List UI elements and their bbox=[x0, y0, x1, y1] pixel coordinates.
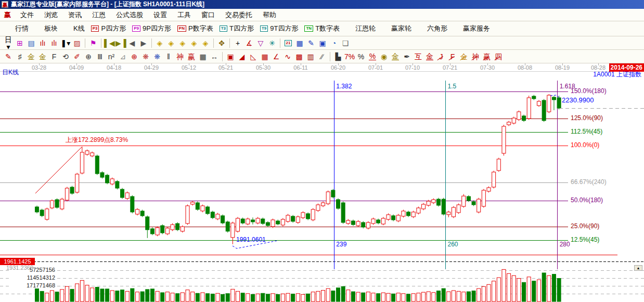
grid-lines-tool[interactable]: ♯ bbox=[14, 51, 25, 62]
circle-cross-tool[interactable]: ⊕ bbox=[83, 51, 94, 62]
expand-y-button[interactable]: ◈ bbox=[200, 38, 211, 48]
gold-circle-tool[interactable]: ◉ bbox=[378, 51, 390, 62]
t9-square-button[interactable]: T99T四方形 bbox=[257, 22, 302, 35]
p-square-button[interactable]: P3P四方形 bbox=[88, 22, 129, 35]
chart-clock-icon[interactable]: ◔ bbox=[328, 38, 340, 48]
wave-tool[interactable]: ∿ bbox=[282, 51, 293, 62]
flag-icon[interactable]: ⚑ bbox=[87, 38, 99, 48]
nav-next-button[interactable]: ▶ bbox=[138, 38, 149, 48]
percent-line-tool[interactable]: % bbox=[367, 51, 378, 62]
calendar-icon[interactable]: 21 bbox=[282, 38, 294, 48]
gold-square2-tool[interactable]: 金 bbox=[37, 51, 48, 62]
red-grid-tool[interactable]: ▦ bbox=[259, 51, 271, 62]
menu-item-8[interactable]: 交易委托 bbox=[220, 9, 257, 21]
angle-lines-tool[interactable]: ∠ bbox=[271, 51, 282, 62]
winner-service-button[interactable]: 赢家服务 bbox=[450, 22, 493, 35]
menu-item-0[interactable]: 文件 bbox=[15, 9, 39, 21]
info-board-icon[interactable]: ▤ bbox=[25, 38, 37, 48]
kline-chart[interactable] bbox=[0, 63, 644, 302]
shen-angle-tool[interactable]: 神 bbox=[470, 51, 481, 62]
menu-item-2[interactable]: 资讯 bbox=[63, 9, 87, 21]
menu-item-4[interactable]: 公式选股 bbox=[111, 9, 148, 21]
notes-icon[interactable]: ✎ bbox=[305, 38, 317, 48]
hu-tool[interactable]: 互 bbox=[413, 51, 424, 62]
f-square-tool[interactable]: F bbox=[48, 51, 60, 62]
calculator-icon[interactable]: ▦ bbox=[294, 38, 305, 48]
percent-tool[interactable]: % bbox=[355, 51, 367, 62]
crosshair-button[interactable]: + bbox=[232, 38, 243, 48]
ruler-tool[interactable]: ▦ bbox=[197, 51, 209, 62]
nav-last-button[interactable]: ▶▐ bbox=[115, 38, 126, 48]
target-tool[interactable]: ⊕ bbox=[128, 51, 140, 62]
box-select-tool[interactable]: ▣ bbox=[225, 51, 236, 62]
zoom-diamond-button[interactable]: ◈ bbox=[177, 38, 188, 48]
expand-x-button[interactable]: ◈ bbox=[188, 38, 200, 48]
shrink-x-button[interactable]: ◈ bbox=[154, 38, 165, 48]
spiral-tool[interactable]: ⟲ bbox=[60, 51, 71, 62]
pattern-red-icon[interactable]: ▨ bbox=[71, 38, 83, 48]
tri-fan-tool[interactable]: ◺ bbox=[248, 51, 259, 62]
date-label-8: 06-20 bbox=[331, 64, 345, 71]
p9-square-button[interactable]: P99P四方形 bbox=[129, 22, 174, 35]
ying-square-tool[interactable]: 赢 bbox=[186, 51, 197, 62]
gold-square-tool[interactable]: 金 bbox=[25, 51, 37, 62]
period-day-dropdown-icon: 日▾ bbox=[3, 36, 14, 50]
toolbar-separator bbox=[101, 38, 101, 48]
t-number-button[interactable]: TNT数字表 bbox=[301, 22, 343, 35]
date-label-5: 05-21 bbox=[218, 64, 233, 71]
hand-tool-button[interactable]: ✥ bbox=[216, 38, 227, 48]
grid-dense-tool[interactable]: ▩ bbox=[293, 51, 305, 62]
period-day-dropdown[interactable]: 日▾ bbox=[3, 38, 14, 48]
nav-first-button[interactable]: ▌◀ bbox=[104, 38, 115, 48]
slash-tool[interactable]: ∕∕ bbox=[316, 51, 328, 62]
mirror-angle-tool[interactable]: ⊿ bbox=[117, 51, 128, 62]
menu-item-5[interactable]: 设置 bbox=[148, 9, 172, 21]
quotes-button[interactable]: 行情 bbox=[3, 22, 32, 35]
multi-line-tool[interactable]: ‖ bbox=[163, 51, 174, 62]
save-icon[interactable]: ▣ bbox=[317, 38, 328, 48]
volume-bars-tool[interactable]: ▙ bbox=[332, 51, 344, 62]
ying-angle-tool[interactable]: 赢 bbox=[481, 51, 493, 62]
mini-chart3-icon[interactable]: ılı bbox=[37, 38, 48, 48]
h-measure-tool[interactable]: ↔ bbox=[209, 51, 220, 62]
gold-angle-tool[interactable]: 金 bbox=[458, 51, 470, 62]
nav-prev-button[interactable]: ◀ bbox=[126, 38, 138, 48]
gold-line-tool[interactable]: 金 bbox=[390, 51, 401, 62]
ink-tool[interactable]: ✒ bbox=[401, 51, 413, 62]
volume-scroll-up-button[interactable]: ▲ bbox=[634, 265, 642, 271]
winner-wheel-button[interactable]: 赢家轮 bbox=[379, 22, 415, 35]
p-number-button[interactable]: PNP数字表 bbox=[174, 22, 216, 35]
menu-item-9[interactable]: 帮助 bbox=[257, 9, 281, 21]
menu-item-7[interactable]: 窗口 bbox=[196, 9, 220, 21]
shape-purple-button[interactable]: ▽ bbox=[255, 38, 266, 48]
shen-square-tool[interactable]: 神 bbox=[174, 51, 186, 62]
candle-period-dropdown[interactable]: ❚▾ bbox=[60, 38, 71, 48]
fan-lines-tool[interactable]: ◢ bbox=[236, 51, 248, 62]
f-angle-tool[interactable]: F bbox=[447, 51, 458, 62]
menu-item-1[interactable]: 浏览 bbox=[39, 9, 63, 21]
sectors-button[interactable]: 板块 bbox=[32, 22, 61, 35]
grid-dense2-tool[interactable]: ▥ bbox=[305, 51, 316, 62]
analysis-button[interactable]: ✳ bbox=[266, 38, 278, 48]
si-angle-tool[interactable]: 四 bbox=[493, 51, 504, 62]
web-blue-tool[interactable]: ❋ bbox=[151, 51, 163, 62]
hash-tool[interactable]: Ⅲ bbox=[94, 51, 106, 62]
t-square-button[interactable]: T3T四方形 bbox=[216, 22, 257, 35]
gold-red-tool[interactable]: 金 bbox=[424, 51, 435, 62]
web-red-tool[interactable]: ❋ bbox=[140, 51, 151, 62]
pattern-grid-icon[interactable]: ⊞ bbox=[14, 38, 25, 48]
j-angle-tool[interactable]: J bbox=[435, 51, 447, 62]
menu-item-3[interactable]: 江恩 bbox=[87, 9, 111, 21]
gann-wheel-button[interactable]: 江恩轮 bbox=[343, 22, 379, 35]
hexagon-button[interactable]: 六角形 bbox=[415, 22, 450, 35]
percent7-tool[interactable]: 7% bbox=[344, 51, 355, 62]
kline-button[interactable]: K线 bbox=[61, 22, 88, 35]
menu-item-6[interactable]: 工具 bbox=[172, 9, 196, 21]
n-square-tool[interactable]: n² bbox=[106, 51, 117, 62]
angle-measure-button[interactable]: ∡ bbox=[243, 38, 255, 48]
shrink-y-button[interactable]: ◈ bbox=[165, 38, 177, 48]
marker-pen-tool[interactable]: ✐ bbox=[71, 51, 83, 62]
sketch-pen-tool[interactable]: ✎ bbox=[3, 51, 14, 62]
mini-chart9-icon[interactable]: ılı bbox=[48, 38, 60, 48]
export-icon[interactable]: ❏ bbox=[340, 38, 351, 48]
